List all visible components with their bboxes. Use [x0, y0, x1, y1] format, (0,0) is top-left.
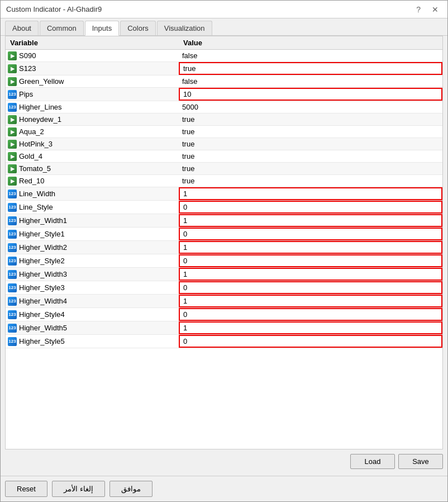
- num-icon: 123: [8, 310, 17, 319]
- value-cell[interactable]: 1: [179, 295, 442, 307]
- num-icon: 123: [8, 103, 17, 112]
- table-row: 123Higher_Width41: [6, 295, 442, 308]
- variable-cell: 123Higher_Style5: [6, 335, 179, 348]
- close-button[interactable]: ✕: [428, 4, 442, 15]
- tab-bar: About Common Inputs Colors Visualization: [1, 18, 447, 36]
- value-cell[interactable]: true: [179, 62, 442, 75]
- save-button[interactable]: Save: [398, 454, 443, 469]
- value-cell[interactable]: 5000: [179, 101, 442, 113]
- variable-name: Higher_Style1: [19, 230, 65, 238]
- variable-name: Higher_Style5: [19, 337, 65, 345]
- variable-cell: ▶Red_10: [6, 175, 179, 187]
- variable-cell: ▶Aqua_2: [6, 126, 179, 138]
- main-window: Custom Indicator - Al-Ghadir9 ? ✕ About …: [0, 0, 448, 502]
- variable-name: S090: [19, 51, 36, 60]
- tab-about[interactable]: About: [5, 21, 39, 35]
- value-cell[interactable]: 1: [179, 268, 442, 281]
- tab-common[interactable]: Common: [40, 21, 84, 35]
- table-header: Variable Value: [6, 36, 442, 50]
- value-cell[interactable]: false: [179, 50, 442, 61]
- bool-icon: ▶: [8, 127, 17, 136]
- table-row: ▶Tomato_5true: [6, 163, 442, 175]
- table-row: ▶HotPink_3true: [6, 138, 442, 150]
- variable-cell: 123Higher_Style2: [6, 254, 179, 267]
- value-cell[interactable]: 0: [179, 254, 442, 267]
- table-row: ▶Honeydew_1true: [6, 113, 442, 126]
- table-row: 123Higher_Lines5000: [6, 101, 442, 113]
- value-cell[interactable]: true: [179, 138, 442, 150]
- num-icon: 123: [8, 203, 17, 212]
- value-cell[interactable]: 1: [179, 321, 442, 334]
- footer: Reset إلغاء الأمر موافق: [1, 476, 447, 501]
- table-row: 123Pips10: [6, 88, 442, 101]
- value-cell[interactable]: true: [179, 113, 442, 125]
- value-cell[interactable]: 1: [179, 241, 442, 254]
- table-row: 123Higher_Width51: [6, 321, 442, 335]
- tab-colors[interactable]: Colors: [120, 21, 156, 35]
- title-bar-controls: ? ✕: [413, 4, 442, 15]
- value-cell[interactable]: true: [179, 175, 442, 187]
- num-icon: 123: [8, 257, 17, 266]
- value-cell[interactable]: true: [179, 150, 442, 162]
- window-title: Custom Indicator - Al-Ghadir9: [6, 5, 102, 13]
- variable-name: Aqua_2: [19, 127, 44, 136]
- table-row: 123Higher_Style50: [6, 335, 442, 348]
- variable-name: Higher_Style2: [19, 257, 65, 265]
- inputs-panel: Variable Value ▶S090false▶S123true▶Green…: [5, 36, 443, 449]
- col-variable-header: Variable: [10, 39, 183, 47]
- value-cell[interactable]: 0: [179, 308, 442, 321]
- help-button[interactable]: ?: [413, 4, 424, 15]
- variable-cell: 123Pips: [6, 88, 179, 101]
- table-row: ▶Gold_4true: [6, 150, 442, 163]
- variable-cell: 123Higher_Width5: [6, 321, 179, 334]
- tab-visualization[interactable]: Visualization: [157, 21, 212, 35]
- title-bar: Custom Indicator - Al-Ghadir9 ? ✕: [1, 1, 447, 18]
- variable-cell: 123Higher_Lines: [6, 101, 179, 113]
- value-cell[interactable]: 0: [179, 281, 442, 294]
- variable-cell: ▶Tomato_5: [6, 163, 179, 174]
- table-row: 123Higher_Style30: [6, 281, 442, 295]
- bool-icon: ▶: [8, 152, 17, 161]
- bool-icon: ▶: [8, 77, 17, 86]
- table-row: 123Higher_Width31: [6, 268, 442, 281]
- variable-cell: ▶S123: [6, 62, 179, 75]
- value-cell[interactable]: 0: [179, 201, 442, 214]
- value-cell[interactable]: 0: [179, 335, 442, 348]
- bool-icon: ▶: [8, 140, 17, 149]
- load-button[interactable]: Load: [350, 454, 395, 469]
- table-row: ▶S090false: [6, 50, 442, 62]
- variable-name: Pips: [19, 90, 33, 98]
- variable-name: Higher_Style3: [19, 283, 65, 292]
- cancel-button[interactable]: إلغاء الأمر: [52, 481, 105, 497]
- variable-cell: 123Higher_Width4: [6, 295, 179, 307]
- variable-cell: ▶Honeydew_1: [6, 113, 179, 125]
- table-row: ▶Aqua_2true: [6, 126, 442, 138]
- ok-button[interactable]: موافق: [109, 481, 152, 497]
- reset-button[interactable]: Reset: [5, 481, 47, 497]
- variable-name: Tomato_5: [19, 164, 51, 173]
- value-cell[interactable]: 1: [179, 214, 442, 227]
- value-cell[interactable]: 0: [179, 228, 442, 240]
- value-cell[interactable]: 1: [179, 187, 442, 200]
- value-cell[interactable]: true: [179, 163, 442, 174]
- table-row: ▶Green_Yellowfalse: [6, 75, 442, 88]
- variable-cell: 123Line_Width: [6, 187, 179, 200]
- variable-cell: 123Line_Style: [6, 201, 179, 214]
- num-icon: 123: [8, 90, 17, 99]
- variable-name: Higher_Width4: [19, 297, 67, 305]
- value-cell[interactable]: false: [179, 75, 442, 87]
- table-row: ▶Red_10true: [6, 175, 442, 187]
- table-row: 123Line_Width1: [6, 187, 442, 201]
- value-cell[interactable]: 10: [179, 88, 442, 101]
- variable-name: Higher_Style4: [19, 310, 65, 319]
- table-row: 123Higher_Width11: [6, 214, 442, 228]
- bool-icon: ▶: [8, 164, 17, 173]
- table-row: 123Higher_Style20: [6, 254, 442, 268]
- variable-name: S123: [19, 64, 36, 73]
- num-icon: 123: [8, 297, 17, 306]
- variable-name: Line_Width: [19, 190, 55, 198]
- num-icon: 123: [8, 337, 17, 346]
- tab-inputs[interactable]: Inputs: [85, 21, 119, 36]
- table-row: 123Higher_Style10: [6, 228, 442, 241]
- value-cell[interactable]: true: [179, 126, 442, 138]
